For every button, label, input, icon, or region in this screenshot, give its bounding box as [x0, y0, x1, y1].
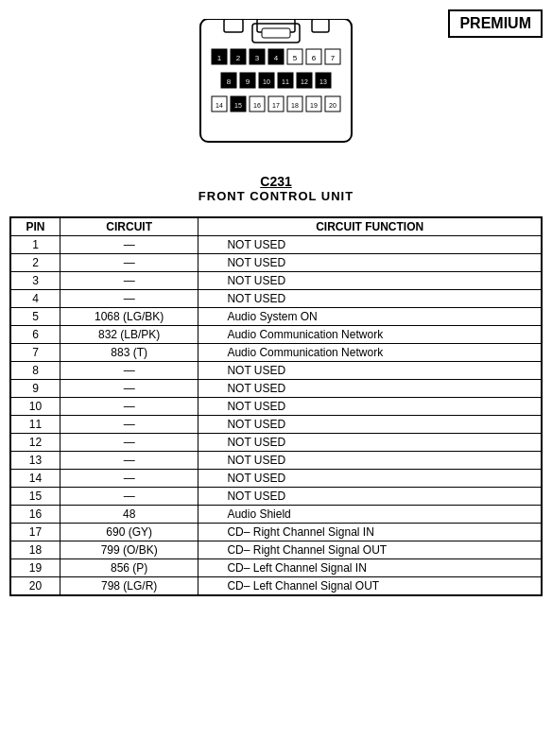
- cell-circuit: 883 (T): [60, 344, 198, 362]
- svg-text:14: 14: [216, 102, 223, 109]
- svg-text:17: 17: [272, 102, 280, 109]
- premium-label: PREMIUM: [459, 15, 531, 31]
- cell-function: CD– Left Channel Signal OUT: [198, 577, 542, 596]
- cell-circuit: —: [60, 272, 198, 290]
- table-row: 20798 (LG/R)CD– Left Channel Signal OUT: [10, 577, 542, 596]
- connector-diagram: 1 2 3 4 5 6 7 8 9 10: [9, 19, 543, 211]
- table-row: 13—NOT USED: [10, 452, 542, 470]
- svg-text:2: 2: [236, 54, 241, 62]
- svg-text:13: 13: [319, 78, 327, 85]
- cell-pin: 4: [10, 290, 60, 308]
- cell-function: Audio Communication Network: [198, 344, 542, 362]
- svg-text:8: 8: [227, 77, 232, 86]
- svg-text:10: 10: [263, 78, 270, 85]
- table-header-row: PIN CIRCUIT CIRCUIT FUNCTION: [10, 217, 542, 236]
- cell-circuit: 1068 (LG/BK): [60, 308, 198, 326]
- cell-circuit: —: [60, 236, 198, 254]
- svg-text:7: 7: [331, 54, 336, 62]
- cell-circuit: —: [60, 452, 198, 470]
- table-row: 12—NOT USED: [10, 434, 542, 452]
- svg-text:5: 5: [293, 54, 298, 62]
- table-row: 17690 (GY)CD– Right Channel Signal IN: [10, 524, 542, 541]
- cell-circuit: 798 (LG/R): [60, 577, 198, 596]
- cell-function: NOT USED: [198, 272, 542, 290]
- table-row: 4—NOT USED: [10, 290, 542, 308]
- cell-pin: 14: [10, 470, 60, 488]
- cell-function: CD– Right Channel Signal IN: [198, 524, 542, 541]
- cell-pin: 2: [10, 254, 60, 272]
- svg-rect-1: [224, 19, 243, 32]
- cell-pin: 19: [10, 559, 60, 577]
- cell-pin: 8: [10, 362, 60, 380]
- cell-circuit: 832 (LB/PK): [60, 326, 198, 344]
- svg-rect-3: [312, 19, 329, 32]
- cell-pin: 5: [10, 308, 60, 326]
- table-row: 10—NOT USED: [10, 398, 542, 416]
- cell-function: NOT USED: [198, 254, 542, 272]
- cell-circuit: —: [60, 434, 198, 452]
- cell-function: NOT USED: [198, 470, 542, 488]
- table-row: 14—NOT USED: [10, 470, 542, 488]
- cell-circuit: —: [60, 470, 198, 488]
- cell-function: NOT USED: [198, 380, 542, 398]
- table-row: 15—NOT USED: [10, 488, 542, 506]
- table-row: 8—NOT USED: [10, 362, 542, 380]
- cell-function: NOT USED: [198, 488, 542, 506]
- table-row: 51068 (LG/BK)Audio System ON: [10, 308, 542, 326]
- table-row: 9—NOT USED: [10, 380, 542, 398]
- cell-function: Audio Shield: [198, 506, 542, 524]
- svg-text:1: 1: [217, 54, 222, 62]
- table-row: 1648Audio Shield: [10, 506, 542, 524]
- cell-circuit: —: [60, 290, 198, 308]
- cell-pin: 7: [10, 344, 60, 362]
- cell-function: NOT USED: [198, 452, 542, 470]
- svg-text:9: 9: [246, 77, 250, 86]
- col-header-circuit: CIRCUIT: [60, 217, 198, 236]
- svg-text:20: 20: [329, 102, 336, 109]
- cell-pin: 11: [10, 416, 60, 434]
- cell-function: NOT USED: [198, 290, 542, 308]
- cell-function: NOT USED: [198, 416, 542, 434]
- table-row: 11—NOT USED: [10, 416, 542, 434]
- col-header-pin: PIN: [10, 217, 60, 236]
- cell-function: CD– Left Channel Signal IN: [198, 559, 542, 577]
- table-row: 3—NOT USED: [10, 272, 542, 290]
- cell-pin: 12: [10, 434, 60, 452]
- svg-text:11: 11: [282, 78, 289, 85]
- table-row: 2—NOT USED: [10, 254, 542, 272]
- cell-circuit: —: [60, 398, 198, 416]
- pin-table: PIN CIRCUIT CIRCUIT FUNCTION 1—NOT USED2…: [9, 216, 543, 596]
- cell-pin: 6: [10, 326, 60, 344]
- cell-circuit: —: [60, 362, 198, 380]
- cell-circuit: —: [60, 488, 198, 506]
- cell-function: Audio System ON: [198, 308, 542, 326]
- table-row: 1—NOT USED: [10, 236, 542, 254]
- table-row: 6832 (LB/PK)Audio Communication Network: [10, 326, 542, 344]
- cell-function: CD– Right Channel Signal OUT: [198, 541, 542, 559]
- cell-function: NOT USED: [198, 434, 542, 452]
- svg-text:18: 18: [291, 102, 299, 109]
- cell-pin: 10: [10, 398, 60, 416]
- cell-circuit: 690 (GY): [60, 524, 198, 541]
- page: PREMIUM 1 2 3 4: [0, 0, 552, 756]
- cell-circuit: —: [60, 380, 198, 398]
- cell-pin: 1: [10, 236, 60, 254]
- svg-text:4: 4: [274, 54, 279, 62]
- table-row: 7883 (T)Audio Communication Network: [10, 344, 542, 362]
- cell-circuit: 799 (O/BK): [60, 541, 198, 559]
- cell-circuit: —: [60, 254, 198, 272]
- svg-text:16: 16: [253, 102, 261, 109]
- table-row: 19856 (P)CD– Left Channel Signal IN: [10, 559, 542, 577]
- connector-svg: 1 2 3 4 5 6 7 8 9 10: [172, 19, 380, 170]
- cell-function: NOT USED: [198, 398, 542, 416]
- cell-pin: 9: [10, 380, 60, 398]
- svg-text:12: 12: [301, 78, 308, 85]
- cell-pin: 13: [10, 452, 60, 470]
- cell-pin: 17: [10, 524, 60, 541]
- svg-rect-5: [262, 28, 290, 38]
- cell-circuit: —: [60, 416, 198, 434]
- cell-pin: 3: [10, 272, 60, 290]
- cell-pin: 16: [10, 506, 60, 524]
- cell-pin: 20: [10, 577, 60, 596]
- svg-text:3: 3: [255, 54, 260, 62]
